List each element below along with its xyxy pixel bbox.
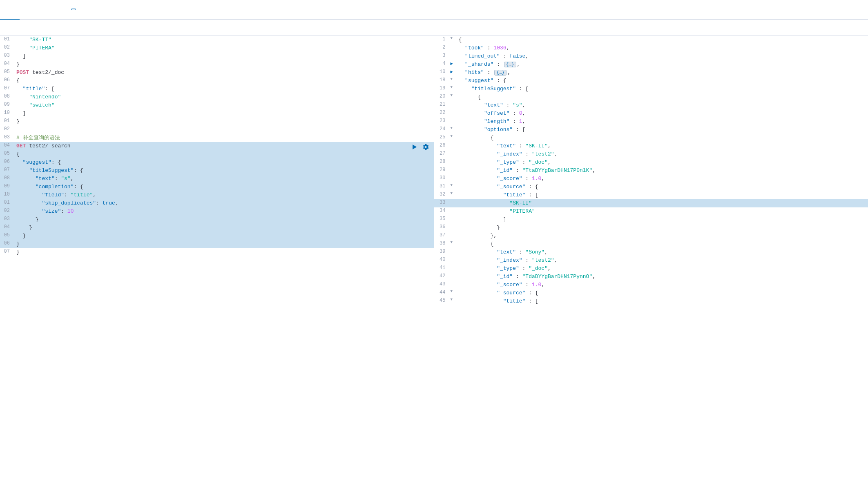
editor-area[interactable]: 01 "SK-II"02 "PITERA"03 ]04}05POST test2…: [0, 36, 434, 494]
output-line: 39 "text" : "Sony",: [434, 248, 868, 256]
output-line-number: 34: [434, 207, 451, 214]
line-content: }: [15, 216, 434, 224]
nav-history[interactable]: [7, 20, 16, 36]
output-line: 42 "_id" : "TdaDYYgBarDHN17PynnO",: [434, 273, 868, 281]
editor-line: 09 "completion": {: [0, 183, 434, 191]
output-line-content: "_index" : "test2",: [459, 256, 868, 265]
nav-help[interactable]: [26, 20, 36, 36]
fold-arrow[interactable]: [451, 232, 459, 232]
tab-painless-lab[interactable]: [59, 0, 86, 20]
output-line-content: "text" : "s",: [459, 101, 868, 109]
editor-line: 04}: [0, 60, 434, 69]
output-line-number: 43: [434, 281, 451, 287]
output-line-content: "_shards" : {…},: [459, 60, 868, 69]
settings-button[interactable]: [421, 143, 431, 151]
line-number: 02: [0, 44, 15, 50]
fold-arrow[interactable]: [451, 224, 459, 224]
editor-line: 01 "skip_duplicates": true,: [0, 199, 434, 207]
output-line: 18▼ "suggest" : {: [434, 77, 868, 85]
fold-arrow[interactable]: ▼: [451, 36, 459, 40]
editor-line: 02 "PITERA": [0, 44, 434, 52]
output-line-number: 35: [434, 216, 451, 222]
output-line-number: 39: [434, 248, 451, 254]
output-line-content: "title" : [: [459, 191, 868, 199]
output-line: 35 ]: [434, 216, 868, 224]
output-line-number: 36: [434, 224, 451, 230]
output-line: 45▼ "title" : [: [434, 297, 868, 305]
line-number: 01: [0, 36, 15, 42]
output-line-content: "_score" : 1.0,: [459, 281, 868, 289]
editor-line: 03# 补全查询的语法: [0, 134, 434, 142]
output-line-number: 26: [434, 142, 451, 148]
collapsed-badge[interactable]: {…}: [494, 70, 507, 76]
output-line: 20▼ {: [434, 93, 868, 101]
output-line-number: 22: [434, 109, 451, 116]
output-line: 22 "offset" : 0,: [434, 109, 868, 118]
output-line-number: 38: [434, 240, 451, 246]
fold-arrow: [451, 273, 459, 273]
output-line-content: "_score" : 1.0,: [459, 175, 868, 183]
fold-arrow[interactable]: [451, 216, 459, 216]
tab-grok-debugger[interactable]: [39, 0, 59, 20]
output-line: 40 "_index" : "test2",: [434, 256, 868, 265]
fold-arrow[interactable]: ▼: [451, 77, 459, 81]
fold-arrow[interactable]: ▼: [451, 126, 459, 130]
output-line: 1▼{: [434, 36, 868, 44]
fold-arrow[interactable]: ▼: [451, 289, 459, 294]
svg-marker-0: [413, 145, 417, 149]
output-line-content: }: [459, 224, 868, 232]
fold-arrow: [451, 109, 459, 110]
tab-console[interactable]: [0, 0, 20, 20]
output-line: 29 "_id" : "TtaDYYgBarDHN17P0nlK",: [434, 167, 868, 175]
editor-line: 10 "field": "title",: [0, 191, 434, 199]
output-line-number: 21: [434, 101, 451, 107]
collapsed-badge[interactable]: {…}: [504, 62, 516, 67]
fold-arrow: [451, 207, 459, 208]
output-line-content: "titleSuggest" : [: [459, 85, 868, 93]
editor-line: 02: [0, 126, 434, 134]
line-content: "titleSuggest": {: [15, 167, 434, 175]
output-line: 26 "text" : "SK-II",: [434, 142, 868, 150]
line-number: 04: [0, 224, 15, 230]
editor-line: 03 ]: [0, 52, 434, 60]
line-content: "text": "s",: [15, 175, 434, 183]
fold-arrow[interactable]: ▶: [451, 60, 459, 66]
nav-settings[interactable]: [16, 20, 26, 36]
run-button[interactable]: [409, 143, 419, 151]
fold-arrow[interactable]: ▼: [451, 191, 459, 196]
line-number: 08: [0, 93, 15, 99]
output-line-number: 4: [434, 60, 451, 67]
editor-line: 02 "size": 10: [0, 207, 434, 216]
editor-line: 08 "Nintendo": [0, 93, 434, 101]
fold-arrow[interactable]: ▶: [451, 69, 459, 74]
fold-arrow: [451, 281, 459, 281]
output-line-number: 31: [434, 183, 451, 189]
fold-arrow[interactable]: ▼: [451, 240, 459, 245]
output-line: 44▼ "_source" : {: [434, 289, 868, 297]
output-line: 28 "_type" : "_doc",: [434, 158, 868, 167]
line-content: "SK-II": [15, 36, 434, 44]
fold-arrow[interactable]: ▼: [451, 85, 459, 89]
editor-line: 08 "text": "s",: [0, 175, 434, 183]
fold-arrow: [451, 248, 459, 249]
line-content: }: [15, 118, 434, 126]
editor-line: 09 "switch": [0, 101, 434, 109]
output-line: 37 },: [434, 232, 868, 240]
right-panel[interactable]: 1▼{2 "took" : 1036,3 "timed_out" : false…: [434, 36, 868, 494]
tab-search-profiler[interactable]: [20, 0, 39, 20]
fold-arrow[interactable]: ▼: [451, 183, 459, 187]
line-content: "field": "title",: [15, 191, 434, 199]
output-line: 36 }: [434, 224, 868, 232]
fold-arrow: [451, 118, 459, 118]
output-line-content: "text" : "SK-II",: [459, 142, 868, 150]
editor-line: 10 ]: [0, 109, 434, 118]
fold-arrow[interactable]: ▼: [451, 297, 459, 302]
output-line-number: 37: [434, 232, 451, 238]
output-line-number: 29: [434, 167, 451, 173]
line-content: "completion": {: [15, 183, 434, 191]
output-line-content: ]: [459, 216, 868, 224]
line-content: "title": [: [15, 85, 434, 93]
fold-arrow[interactable]: ▼: [451, 134, 459, 138]
fold-arrow: [451, 101, 459, 102]
fold-arrow[interactable]: ▼: [451, 93, 459, 98]
